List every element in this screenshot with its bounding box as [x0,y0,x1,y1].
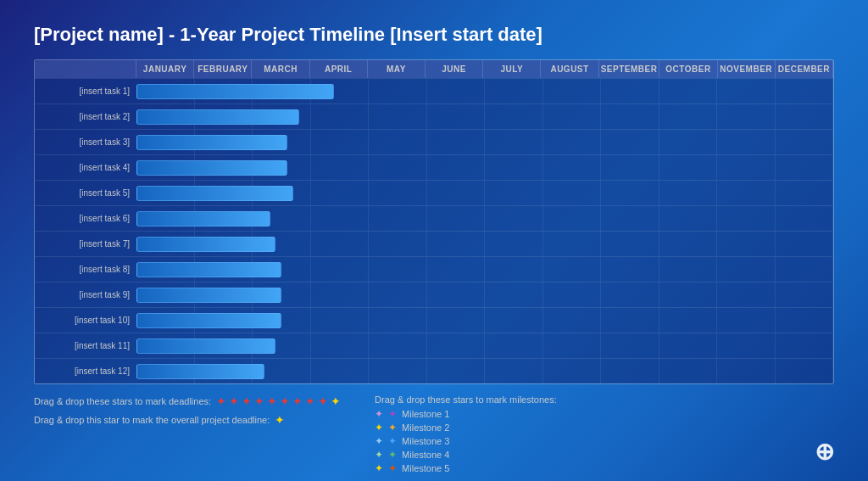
grid-cell [659,181,718,205]
task-bar[interactable] [136,186,293,201]
task-bar[interactable] [136,135,287,150]
grid-cell [485,130,543,154]
grid-cell [427,308,486,333]
milestone-star-2[interactable]: ✦ [388,435,397,447]
gantt-chart: JANUARYFEBRUARYMARCHAPRILMAYJUNEJULYAUGU… [34,59,834,384]
grid-cell [659,333,718,358]
grid-cell [427,155,486,180]
milestone-star-1[interactable]: ✦ [375,435,383,447]
grid-cell [427,181,486,205]
task-label: [insert task 12] [35,366,136,376]
gantt-row: [insert task 11] [35,333,833,358]
grid-cell [776,79,834,103]
grid-cell [601,308,659,333]
gantt-row: [insert task 12] [35,358,833,383]
milestone-label: Milestone 2 [402,422,449,433]
grid-cell [717,359,776,383]
grid-cell [427,232,486,256]
grid-cell [776,232,834,256]
task-bar[interactable] [136,364,264,379]
grid-cell [776,206,834,231]
grid-cell [717,155,776,180]
grid-cell [369,308,427,333]
task-grid [136,232,833,256]
task-bar[interactable] [136,338,275,354]
header-month: NOVEMBER [718,60,776,78]
grid-cell [659,257,718,282]
milestone-star-1[interactable]: ✦ [375,462,383,474]
milestone-star-1[interactable]: ✦ [375,408,383,420]
grid-cell [601,181,659,205]
deadline-star[interactable]: ✦ [216,394,226,408]
milestone-star-2[interactable]: ✦ [388,449,397,461]
grid-cell [776,282,834,307]
grid-cell [543,79,602,103]
gantt-row: [insert task 6] [35,205,833,231]
grid-cell [485,181,543,205]
task-bar[interactable] [136,262,281,277]
deadline-stars: ✦✦✦✦✦✦✦✦✦✦ [216,394,341,408]
deadline-star[interactable]: ✦ [254,394,264,408]
milestone-star-2[interactable]: ✦ [388,462,397,474]
grid-cell [659,359,718,383]
task-bar[interactable] [136,211,270,227]
gantt-body: [insert task 1][insert task 2][insert ta… [35,78,833,383]
grid-cell [601,104,659,129]
milestone-star-1[interactable]: ✦ [375,449,383,461]
deadline-star[interactable]: ✦ [229,394,239,408]
grid-cell [659,232,718,256]
header-month: SEPTEMBER [599,60,660,78]
milestone-star-2[interactable]: ✦ [388,408,397,420]
task-bar[interactable] [136,109,299,125]
grid-cell [776,308,834,333]
overall-star[interactable]: ✦ [275,413,285,427]
grid-cell [369,282,427,307]
task-bar[interactable] [136,313,281,328]
grid-cell [776,333,834,358]
deadline-star[interactable]: ✦ [242,394,252,408]
grid-cell [369,130,427,154]
grid-cell [659,282,718,307]
grid-cell [717,206,776,231]
grid-cell [659,155,718,180]
deadline-star[interactable]: ✦ [280,394,290,408]
grid-cell [485,155,543,180]
grid-cell [485,257,543,282]
deadline-star[interactable]: ✦ [331,394,341,408]
grid-cell [369,359,427,383]
milestone-label: Milestone 4 [402,450,449,460]
gantt-row: [insert task 2] [35,103,833,129]
grid-cell [776,104,834,129]
milestone-star-2[interactable]: ✦ [388,422,397,433]
grid-cell [601,359,659,383]
grid-cell [427,257,486,282]
grid-cell [776,155,834,180]
grid-cell [659,130,718,154]
grid-cell [311,130,370,154]
grid-cell [311,155,370,180]
grid-cell [601,257,659,282]
header-month: JULY [483,60,541,78]
task-bar[interactable] [136,288,281,303]
grid-cell [311,257,370,282]
overall-label: Drag & drop this star to mark the overal… [34,415,270,425]
deadline-star[interactable]: ✦ [267,394,277,408]
task-bar[interactable] [136,237,275,252]
gantt-row: [insert task 4] [35,154,833,180]
grid-cell [543,232,602,256]
grid-cell [601,206,659,231]
task-bar[interactable] [136,84,334,99]
grid-cell [717,308,776,333]
task-grid [136,359,833,383]
grid-cell [717,181,776,205]
milestone-star-1[interactable]: ✦ [375,422,383,433]
deadline-star[interactable]: ✦ [318,394,328,408]
grid-cell [311,359,370,383]
grid-cell [427,104,486,129]
deadline-star[interactable]: ✦ [305,394,315,408]
task-grid [136,257,833,282]
task-label: [insert task 7] [35,239,136,249]
task-bar[interactable] [136,160,287,176]
deadline-star[interactable]: ✦ [292,394,303,408]
grid-cell [311,333,370,358]
